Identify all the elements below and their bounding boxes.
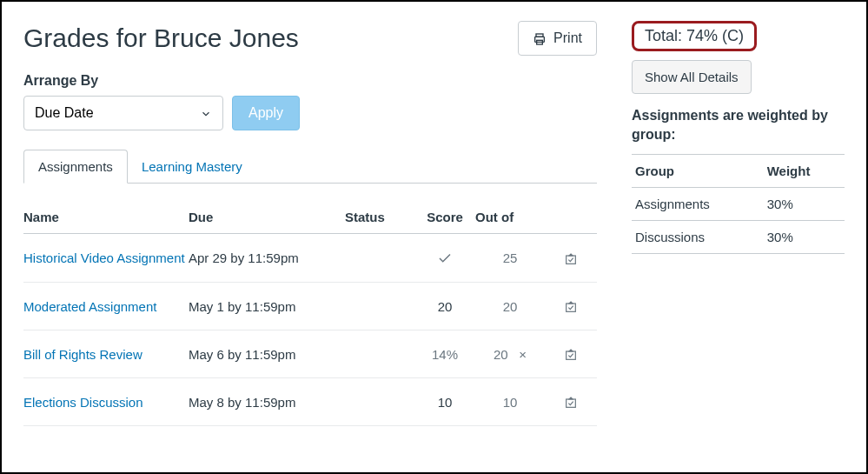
check-icon [437, 250, 453, 264]
chevron-down-icon [200, 105, 212, 121]
apply-button[interactable]: Apply [232, 96, 300, 130]
table-row: Moderated Assignment May 1 by 11:59pm 20… [23, 283, 597, 330]
assignment-link[interactable]: Bill of Rights Review [23, 347, 189, 362]
sidebar: Total: 74% (C) Show All Details Assignme… [632, 21, 845, 453]
grades-table: Name Due Status Score Out of Historical … [23, 201, 597, 426]
show-all-details-button[interactable]: Show All Details [632, 60, 752, 94]
score-cell [414, 250, 475, 266]
rubric-icon [564, 250, 578, 265]
excluded-icon: × [512, 347, 527, 362]
col-outof: Out of [475, 210, 545, 224]
weight-value: 30% [764, 220, 845, 253]
due-cell: May 6 by 11:59pm [189, 347, 345, 362]
weight-col-weight: Weight [764, 154, 845, 187]
score-cell: 14% [414, 347, 475, 362]
col-status: Status [345, 210, 414, 224]
score-cell: 20 [414, 299, 475, 314]
table-row: Elections Discussion May 8 by 11:59pm 10… [23, 378, 597, 426]
rubric-button[interactable] [545, 298, 597, 314]
due-cell: May 8 by 11:59pm [189, 395, 345, 410]
col-due: Due [189, 210, 345, 224]
rubric-icon [564, 346, 578, 361]
due-cell: Apr 29 by 11:59pm [189, 250, 345, 265]
weight-col-group: Group [632, 154, 764, 187]
assignment-link[interactable]: Historical Video Assignment [23, 250, 189, 265]
outof-value: 20 [494, 347, 508, 362]
weight-table: Group Weight Assignments 30% Discussions… [632, 154, 845, 254]
arrange-controls: Due Date Apply [23, 96, 597, 130]
tabs: Assignments Learning Mastery [23, 150, 597, 184]
arrange-select[interactable]: Due Date [23, 96, 223, 130]
weight-value: 30% [764, 187, 845, 220]
rubric-button[interactable] [545, 346, 597, 362]
col-name: Name [23, 210, 189, 224]
table-row: Bill of Rights Review May 6 by 11:59pm 1… [23, 330, 597, 378]
outof-cell: 25 [475, 250, 545, 265]
weight-group: Assignments [632, 187, 764, 220]
page-title: Grades for Bruce Jones [23, 23, 299, 53]
total-grade-badge: Total: 74% (C) [632, 21, 757, 51]
header-row: Grades for Bruce Jones Print [23, 21, 597, 56]
rubric-icon [564, 394, 578, 409]
arrange-by-label: Arrange By [23, 73, 597, 89]
arrange-select-value: Due Date [35, 105, 94, 121]
table-header: Name Due Status Score Out of [23, 201, 597, 234]
svg-rect-6 [567, 399, 576, 407]
score-cell: 10 [414, 395, 475, 410]
rubric-button[interactable] [545, 250, 597, 266]
outof-cell: 10 [475, 395, 545, 410]
table-row: Historical Video Assignment Apr 29 by 11… [23, 234, 597, 283]
weight-row: Assignments 30% [632, 187, 845, 220]
arrange-select-wrap: Due Date [23, 96, 223, 130]
main-content: Grades for Bruce Jones Print Arrange By … [23, 21, 597, 453]
weighting-label: Assignments are weighted by group: [632, 106, 845, 145]
tab-learning-mastery[interactable]: Learning Mastery [128, 150, 256, 183]
weight-group: Discussions [632, 220, 764, 253]
due-cell: May 1 by 11:59pm [189, 299, 345, 314]
print-label: Print [553, 30, 582, 46]
svg-rect-4 [567, 304, 576, 311]
weight-row: Discussions 30% [632, 220, 845, 253]
assignment-link[interactable]: Elections Discussion [23, 395, 189, 410]
print-icon [533, 30, 547, 46]
tab-assignments[interactable]: Assignments [23, 150, 128, 184]
weight-header-row: Group Weight [632, 154, 845, 187]
print-button[interactable]: Print [518, 21, 597, 56]
svg-rect-5 [567, 351, 576, 359]
col-score: Score [414, 210, 475, 224]
svg-rect-3 [567, 256, 576, 264]
assignment-link[interactable]: Moderated Assignment [23, 299, 189, 314]
outof-cell: 20 [475, 299, 545, 314]
outof-cell: 20 × [475, 347, 545, 362]
rubric-icon [564, 298, 578, 313]
rubric-button[interactable] [545, 394, 597, 410]
